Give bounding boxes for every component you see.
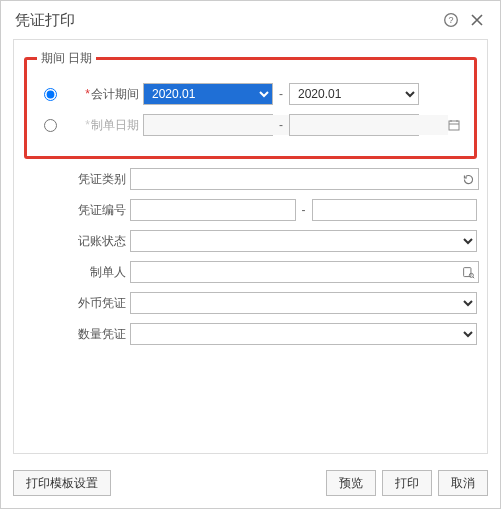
period-date-group: 期间 日期 *会计期间 2020.01 - 2020.01 *制单日期 xyxy=(24,50,477,159)
date-sep: - xyxy=(273,118,289,132)
close-icon[interactable] xyxy=(466,9,488,31)
voucher-no-to[interactable] xyxy=(312,199,478,221)
account-period-from[interactable]: 2020.01 xyxy=(143,83,273,105)
make-date-radio[interactable] xyxy=(44,119,57,132)
titlebar: 凭证打印 ? xyxy=(1,1,500,37)
account-period-label: 会计期间 xyxy=(91,87,139,101)
foreign-currency-select[interactable] xyxy=(130,292,477,314)
voucher-no-from[interactable] xyxy=(130,199,296,221)
qty-voucher-label: 数量凭证 xyxy=(60,326,130,343)
account-period-row: *会计期间 2020.01 - 2020.01 xyxy=(37,80,464,108)
make-date-from[interactable] xyxy=(143,114,273,136)
voucher-no-label: 凭证编号 xyxy=(60,202,130,219)
foreign-currency-label: 外币凭证 xyxy=(60,295,130,312)
maker-input[interactable] xyxy=(130,261,479,283)
make-date-to-input[interactable] xyxy=(290,115,448,135)
print-button[interactable]: 打印 xyxy=(382,470,432,496)
voucher-type-input[interactable] xyxy=(130,168,479,190)
dialog-title: 凭证打印 xyxy=(15,11,75,30)
qty-voucher-select[interactable] xyxy=(130,323,477,345)
voucher-type-label: 凭证类别 xyxy=(60,171,130,188)
svg-rect-3 xyxy=(449,121,459,130)
account-period-radio[interactable] xyxy=(44,88,57,101)
cancel-button[interactable]: 取消 xyxy=(438,470,488,496)
voucher-no-sep: - xyxy=(296,203,312,217)
make-date-row: *制单日期 - xyxy=(37,111,464,139)
dialog-body: 期间 日期 *会计期间 2020.01 - 2020.01 *制单日期 xyxy=(13,39,488,454)
post-status-label: 记账状态 xyxy=(60,233,130,250)
svg-text:?: ? xyxy=(448,15,453,25)
voucher-print-dialog: 凭证打印 ? 期间 日期 *会计期间 2020.01 - 2020.01 xyxy=(0,0,501,509)
dialog-footer: 打印模板设置 预览 打印 取消 xyxy=(1,462,500,508)
period-date-legend: 期间 日期 xyxy=(37,50,96,67)
preview-button[interactable]: 预览 xyxy=(326,470,376,496)
help-icon[interactable]: ? xyxy=(440,9,462,31)
make-date-label: 制单日期 xyxy=(91,118,139,132)
filter-fields: 凭证类别 凭证编号 - 记账状态 xyxy=(60,165,477,348)
template-settings-button[interactable]: 打印模板设置 xyxy=(13,470,111,496)
post-status-select[interactable] xyxy=(130,230,477,252)
calendar-icon xyxy=(448,119,460,131)
account-period-to[interactable]: 2020.01 xyxy=(289,83,419,105)
make-date-to[interactable] xyxy=(289,114,419,136)
maker-label: 制单人 xyxy=(60,264,130,281)
period-sep: - xyxy=(273,87,289,101)
